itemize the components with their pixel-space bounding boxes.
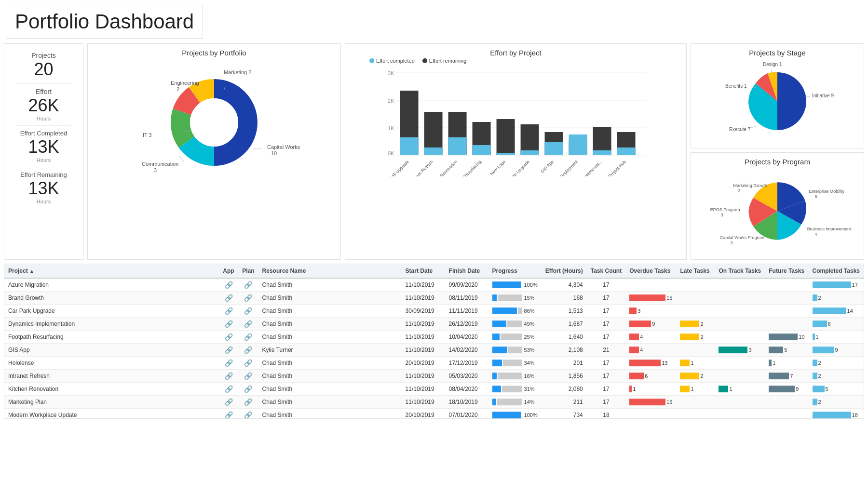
- svg-text:3K: 3K: [388, 70, 394, 76]
- col-tasks[interactable]: Task Count: [587, 264, 625, 278]
- cell-future: [765, 318, 808, 331]
- cell-resource: Chad Smith: [258, 278, 402, 292]
- effort-completed-label: Effort Completed: [20, 130, 67, 137]
- svg-rect-35: [496, 119, 515, 155]
- col-overdue[interactable]: Overdue Tasks: [625, 264, 676, 278]
- cell-project: GIS App: [4, 344, 219, 357]
- cell-completed: 2: [809, 370, 864, 383]
- svg-text:3: 3: [731, 241, 733, 245]
- cell-effort: 734: [542, 409, 587, 419]
- cell-tasks: 21: [587, 344, 625, 357]
- col-late[interactable]: Late Tasks: [676, 264, 715, 278]
- col-progress[interactable]: Progress: [488, 264, 542, 278]
- cell-plan[interactable]: 🔗: [238, 396, 258, 409]
- table-row: Brand Growth 🔗 🔗 Chad Smith 11/10/2019 0…: [4, 292, 864, 305]
- cell-plan[interactable]: 🔗: [238, 344, 258, 357]
- cell-progress: 53%: [488, 344, 542, 357]
- svg-text:Engineering: Engineering: [171, 80, 199, 86]
- cell-resource: Kylie Turner: [258, 344, 402, 357]
- svg-rect-36: [496, 153, 515, 155]
- cell-finish: 08/11/2019: [445, 292, 488, 305]
- cell-app[interactable]: 🔗: [219, 396, 238, 409]
- cell-resource: Chad Smith: [258, 305, 402, 318]
- cell-late: 1: [676, 357, 715, 370]
- legend-remaining: Effort remaining: [429, 58, 466, 64]
- cell-completed: 2: [809, 357, 864, 370]
- legend-completed: Effort completed: [376, 58, 415, 64]
- cell-late: 2: [676, 318, 715, 331]
- table-row: GIS App 🔗 🔗 Kylie Turner 11/10/2019 14/0…: [4, 344, 864, 357]
- cell-plan[interactable]: 🔗: [238, 278, 258, 292]
- cell-ontrack: [715, 292, 765, 305]
- cell-app[interactable]: 🔗: [219, 409, 238, 419]
- col-completed[interactable]: Completed Tasks: [809, 264, 864, 278]
- svg-text:3: 3: [721, 213, 723, 217]
- cell-plan[interactable]: 🔗: [238, 318, 258, 331]
- portfolio-chart-title: Projects by Portfolio: [93, 49, 336, 57]
- cell-tasks: 17: [587, 292, 625, 305]
- cell-start: 11/10/2019: [402, 278, 445, 292]
- svg-text:Enterprise Mobility: Enterprise Mobility: [809, 189, 845, 194]
- cell-app[interactable]: 🔗: [219, 370, 238, 383]
- cell-ontrack: [715, 305, 765, 318]
- col-plan[interactable]: Plan: [238, 264, 258, 278]
- cell-late: [676, 396, 715, 409]
- col-ontrack[interactable]: On Track Tasks: [715, 264, 765, 278]
- cell-app[interactable]: 🔗: [219, 318, 238, 331]
- cell-start: 11/10/2019: [402, 396, 445, 409]
- cell-app[interactable]: 🔗: [219, 344, 238, 357]
- table-row: Marketing Plan 🔗 🔗 Chad Smith 11/10/2019…: [4, 396, 864, 409]
- cell-plan[interactable]: 🔗: [238, 370, 258, 383]
- cell-plan[interactable]: 🔗: [238, 409, 258, 419]
- effort-remaining-label: Effort Remaining: [20, 171, 67, 178]
- cell-project: Hololense: [4, 357, 219, 370]
- cell-plan[interactable]: 🔗: [238, 292, 258, 305]
- col-future[interactable]: Future Tasks: [765, 264, 808, 278]
- col-app[interactable]: App: [219, 264, 238, 278]
- table-row: Azure Migration 🔗 🔗 Chad Smith 11/10/201…: [4, 278, 864, 292]
- cell-progress: 100%: [488, 409, 542, 419]
- cell-start: 11/10/2019: [402, 344, 445, 357]
- svg-text:Intranet Refresh: Intranet Refresh: [408, 159, 434, 176]
- cell-late: [676, 409, 715, 419]
- col-start[interactable]: Start Date: [402, 264, 445, 278]
- col-project[interactable]: Project ▲: [4, 264, 219, 278]
- svg-text:3: 3: [154, 167, 157, 173]
- cell-app[interactable]: 🔗: [219, 292, 238, 305]
- portfolio-chart-panel: Projects by Portfolio Capital Works 10 C…: [87, 43, 341, 260]
- cell-progress: 86%: [488, 305, 542, 318]
- cell-ontrack: [715, 278, 765, 292]
- cell-plan[interactable]: 🔗: [238, 305, 258, 318]
- svg-text:3: 3: [738, 188, 740, 193]
- cell-resource: Chad Smith: [258, 409, 402, 419]
- cell-plan[interactable]: 🔗: [238, 383, 258, 396]
- col-finish[interactable]: Finish Date: [445, 264, 488, 278]
- cell-tasks: 17: [587, 383, 625, 396]
- cell-late: 1: [676, 383, 715, 396]
- cell-late: [676, 292, 715, 305]
- cell-ontrack: [715, 318, 765, 331]
- table-row: Car Park Upgrade 🔗 🔗 Chad Smith 30/09/20…: [4, 305, 864, 318]
- cell-app[interactable]: 🔗: [219, 305, 238, 318]
- cell-overdue: 4: [625, 344, 676, 357]
- svg-text:10: 10: [271, 150, 277, 156]
- cell-progress: 31%: [488, 383, 542, 396]
- cell-app[interactable]: 🔗: [219, 357, 238, 370]
- cell-progress: 16%: [488, 370, 542, 383]
- cell-app[interactable]: 🔗: [219, 383, 238, 396]
- col-resource[interactable]: Resource Name: [258, 264, 402, 278]
- col-effort[interactable]: Effort (Hours): [542, 264, 587, 278]
- cell-project: Kitchen Renovation: [4, 383, 219, 396]
- cell-effort: 2,108: [542, 344, 587, 357]
- cell-future: 1: [765, 357, 808, 370]
- page-title: Portfolio Dashboard: [15, 10, 194, 33]
- cell-app[interactable]: 🔗: [219, 278, 238, 292]
- cell-app[interactable]: 🔗: [219, 331, 238, 344]
- cell-resource: Chad Smith: [258, 383, 402, 396]
- cell-plan[interactable]: 🔗: [238, 357, 258, 370]
- cell-future: [765, 305, 808, 318]
- cell-future: 7: [765, 370, 808, 383]
- table-row: Kitchen Renovation 🔗 🔗 Chad Smith 11/10/…: [4, 383, 864, 396]
- cell-plan[interactable]: 🔗: [238, 331, 258, 344]
- svg-rect-30: [424, 147, 442, 155]
